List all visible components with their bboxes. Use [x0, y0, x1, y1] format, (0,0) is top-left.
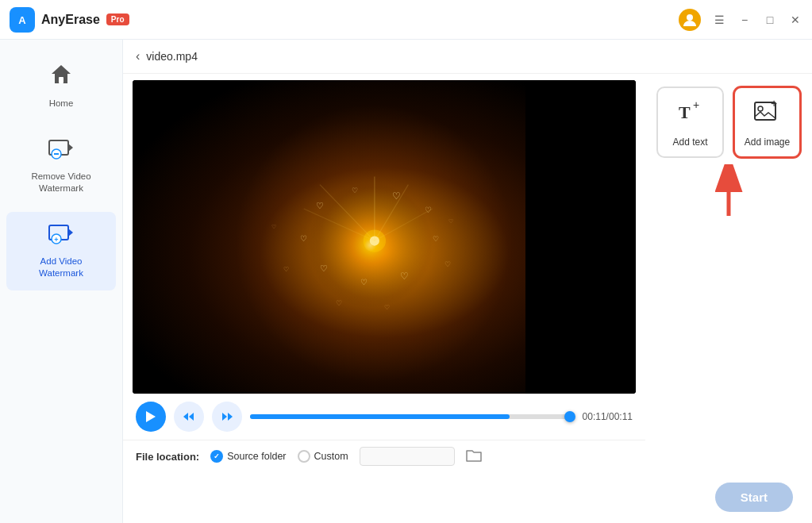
- svg-text:♡: ♡: [336, 299, 342, 307]
- file-location-label: File location:: [136, 451, 199, 463]
- svg-text:♡: ♡: [444, 260, 451, 268]
- black-side-right: [525, 80, 636, 394]
- source-folder-option[interactable]: Source folder: [210, 450, 286, 463]
- add-text-label: Add text: [672, 137, 707, 148]
- svg-text:+: +: [693, 98, 699, 111]
- minimize-button[interactable]: −: [737, 13, 752, 27]
- source-folder-label: Source folder: [227, 451, 286, 462]
- svg-marker-37: [183, 413, 188, 421]
- maximize-button[interactable]: □: [763, 13, 777, 27]
- sidebar: Home Remove VideoWatermark +: [0, 40, 123, 523]
- video-controls: 00:11/00:11: [123, 394, 645, 440]
- svg-text:+: +: [54, 236, 58, 244]
- progress-bar[interactable]: [250, 414, 575, 419]
- file-location: File location: Source folder Custom: [123, 440, 645, 472]
- svg-text:+: +: [771, 98, 777, 110]
- add-image-button[interactable]: + Add image: [733, 87, 801, 158]
- close-button[interactable]: ✕: [788, 13, 802, 27]
- progress-fill: [250, 414, 510, 419]
- rewind-button[interactable]: [174, 402, 204, 432]
- custom-option[interactable]: Custom: [298, 450, 348, 463]
- add-text-icon: T +: [676, 98, 705, 132]
- arrow-indicator: [656, 164, 801, 220]
- svg-text:♡: ♡: [433, 235, 439, 243]
- user-icon[interactable]: [679, 9, 701, 31]
- back-button[interactable]: ‹: [136, 49, 140, 63]
- tools-panel: T + Add text +: [645, 74, 812, 523]
- home-icon: [48, 62, 74, 93]
- sidebar-item-home[interactable]: Home: [6, 51, 116, 121]
- svg-marker-9: [68, 229, 73, 237]
- add-image-icon: +: [753, 98, 782, 132]
- svg-text:A: A: [18, 14, 26, 26]
- app-name: AnyErase: [41, 13, 100, 27]
- play-button[interactable]: [136, 402, 166, 432]
- svg-text:♡: ♡: [360, 278, 368, 286]
- custom-path-input[interactable]: [360, 447, 455, 466]
- svg-text:♡: ♡: [283, 266, 289, 273]
- remove-video-icon: [48, 138, 74, 166]
- main-layout: Home Remove VideoWatermark +: [0, 40, 812, 523]
- title-bar: A AnyErase Pro ☰ − □ ✕: [0, 0, 812, 40]
- svg-text:♡: ♡: [384, 304, 390, 311]
- svg-text:♡: ♡: [316, 201, 324, 210]
- menu-icon[interactable]: ☰: [712, 13, 726, 27]
- video-container: ♡ ♡ ♡ ♡ ♡ ♡ ♡ ♡ ♡ ♡ ♡ ♡ ♡: [133, 80, 636, 394]
- content-area: ‹ video.mp4: [123, 40, 812, 523]
- svg-text:♡: ♡: [448, 218, 453, 225]
- video-tools: ♡ ♡ ♡ ♡ ♡ ♡ ♡ ♡ ♡ ♡ ♡ ♡ ♡: [123, 74, 812, 523]
- video-panel: ♡ ♡ ♡ ♡ ♡ ♡ ♡ ♡ ♡ ♡ ♡ ♡ ♡: [123, 74, 645, 523]
- add-video-icon: +: [48, 223, 74, 251]
- red-arrow-svg: [709, 164, 749, 220]
- start-button[interactable]: Start: [715, 483, 793, 512]
- source-folder-radio[interactable]: [210, 450, 223, 463]
- breadcrumb: ‹ video.mp4: [123, 40, 812, 74]
- svg-marker-35: [146, 411, 156, 422]
- forward-button[interactable]: [212, 402, 242, 432]
- sidebar-item-add-video-watermark[interactable]: + Add VideoWatermark: [6, 212, 116, 290]
- svg-text:♡: ♡: [300, 234, 307, 243]
- sidebar-label-add: Add VideoWatermark: [39, 256, 83, 279]
- time-display: 00:11/00:11: [583, 411, 633, 422]
- add-image-label: Add image: [745, 137, 790, 148]
- progress-thumb[interactable]: [564, 411, 575, 422]
- svg-text:♡: ♡: [320, 263, 328, 273]
- svg-marker-38: [222, 413, 227, 421]
- svg-text:♡: ♡: [352, 187, 358, 194]
- add-text-button[interactable]: T + Add text: [656, 87, 724, 158]
- svg-point-2: [687, 14, 693, 21]
- sidebar-label-remove: Remove VideoWatermark: [31, 171, 90, 194]
- sidebar-item-remove-video-watermark[interactable]: Remove VideoWatermark: [6, 127, 116, 206]
- sidebar-label-home: Home: [49, 98, 74, 110]
- app-icon: A: [10, 7, 35, 33]
- title-left: A AnyErase Pro: [10, 7, 129, 33]
- svg-marker-39: [228, 413, 233, 421]
- breadcrumb-title: video.mp4: [146, 50, 198, 63]
- svg-text:♡: ♡: [271, 224, 276, 230]
- svg-text:T: T: [679, 102, 691, 122]
- custom-radio[interactable]: [298, 450, 310, 463]
- svg-point-43: [758, 106, 763, 111]
- title-right: ☰ − □ ✕: [679, 9, 802, 31]
- svg-marker-36: [189, 413, 194, 421]
- folder-browse-icon[interactable]: [466, 448, 482, 465]
- svg-text:♡: ♡: [400, 271, 409, 282]
- custom-label: Custom: [314, 451, 348, 462]
- svg-marker-5: [68, 144, 73, 152]
- svg-rect-3: [59, 77, 63, 83]
- pro-badge: Pro: [106, 13, 129, 25]
- tools-row: T + Add text +: [656, 87, 801, 158]
